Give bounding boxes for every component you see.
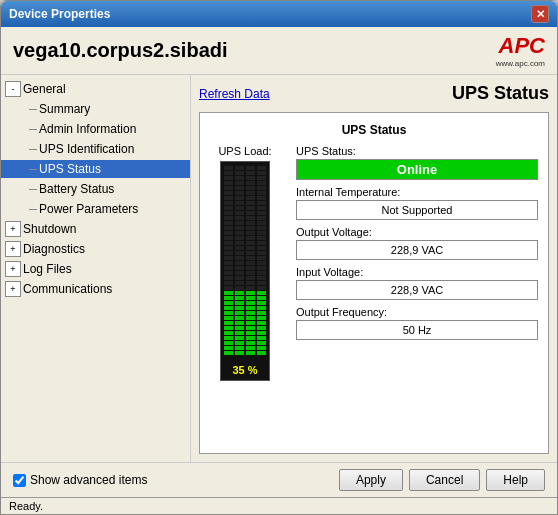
window-title: Device Properties: [9, 7, 110, 21]
sidebar-item-power[interactable]: Power Parameters: [1, 199, 190, 219]
gauge-percent: 35 %: [221, 364, 269, 376]
sidebar-item-battery[interactable]: Battery Status: [1, 179, 190, 199]
sidebar-ups-id-label: UPS Identification: [39, 142, 134, 156]
load-label: UPS Load:: [218, 145, 271, 157]
sidebar: - General Summary Admin Information UPS …: [1, 75, 191, 462]
apc-logo-text: APC: [499, 33, 545, 59]
input-voltage-value: 228,9 VAC: [296, 280, 538, 300]
device-name: vega10.corpus2.sibadi: [13, 39, 228, 62]
sidebar-summary-label: Summary: [39, 102, 90, 116]
main-header: Refresh Data UPS Status: [199, 83, 549, 104]
field-internal-temp: Internal Temperature: Not Supported: [296, 186, 538, 220]
sidebar-power-label: Power Parameters: [39, 202, 138, 216]
advanced-items-label: Show advanced items: [30, 473, 147, 487]
sidebar-general-label: General: [23, 82, 66, 96]
output-freq-value: 50 Hz: [296, 320, 538, 340]
apc-logo: APC www.apc.com: [496, 33, 545, 68]
sidebar-diagnostics-label: Diagnostics: [23, 242, 85, 256]
sidebar-item-general[interactable]: - General: [1, 79, 190, 99]
advanced-items-checkbox[interactable]: [13, 474, 26, 487]
sidebar-logfiles-label: Log Files: [23, 262, 72, 276]
communications-expander[interactable]: +: [5, 281, 21, 297]
internal-temp-value: Not Supported: [296, 200, 538, 220]
gauge-container: 35 %: [220, 161, 270, 381]
main-panel: Refresh Data UPS Status UPS Status UPS L…: [191, 75, 557, 462]
content-area: - General Summary Admin Information UPS …: [1, 75, 557, 462]
status-fields: UPS Status: Online Internal Temperature:…: [296, 145, 538, 381]
sidebar-admin-label: Admin Information: [39, 122, 136, 136]
field-input-voltage: Input Voltage: 228,9 VAC: [296, 266, 538, 300]
cancel-button[interactable]: Cancel: [409, 469, 480, 491]
footer-bar: Show advanced items Apply Cancel Help: [1, 462, 557, 497]
sidebar-item-ups-id[interactable]: UPS Identification: [1, 139, 190, 159]
apply-button[interactable]: Apply: [339, 469, 403, 491]
general-expander[interactable]: -: [5, 81, 21, 97]
ups-status-label: UPS Status:: [296, 145, 538, 157]
close-button[interactable]: ✕: [531, 5, 549, 23]
internal-temp-label: Internal Temperature:: [296, 186, 538, 198]
output-freq-label: Output Frequency:: [296, 306, 538, 318]
checkbox-area: Show advanced items: [13, 473, 147, 487]
output-voltage-value: 228,9 VAC: [296, 240, 538, 260]
input-voltage-label: Input Voltage:: [296, 266, 538, 278]
sidebar-ups-status-label: UPS Status: [39, 162, 101, 176]
help-button[interactable]: Help: [486, 469, 545, 491]
shutdown-expander[interactable]: +: [5, 221, 21, 237]
sidebar-battery-label: Battery Status: [39, 182, 114, 196]
status-content: UPS Load: 35 %: [210, 145, 538, 381]
btn-group: Apply Cancel Help: [339, 469, 545, 491]
load-gauge: UPS Load: 35 %: [210, 145, 280, 381]
header-bar: vega10.corpus2.sibadi APC www.apc.com: [1, 27, 557, 75]
field-ups-status: UPS Status: Online: [296, 145, 538, 180]
output-voltage-label: Output Voltage:: [296, 226, 538, 238]
sidebar-shutdown-label: Shutdown: [23, 222, 76, 236]
sidebar-communications-label: Communications: [23, 282, 112, 296]
sidebar-item-summary[interactable]: Summary: [1, 99, 190, 119]
sidebar-item-ups-status[interactable]: UPS Status: [1, 159, 190, 179]
sidebar-item-admin[interactable]: Admin Information: [1, 119, 190, 139]
field-output-voltage: Output Voltage: 228,9 VAC: [296, 226, 538, 260]
status-box: UPS Status UPS Load: 35 %: [199, 112, 549, 454]
logfiles-expander[interactable]: +: [5, 261, 21, 277]
refresh-link[interactable]: Refresh Data: [199, 87, 270, 101]
sidebar-item-shutdown[interactable]: + Shutdown: [1, 219, 190, 239]
diagnostics-expander[interactable]: +: [5, 241, 21, 257]
title-bar: Device Properties ✕: [1, 1, 557, 27]
sidebar-item-diagnostics[interactable]: + Diagnostics: [1, 239, 190, 259]
status-bar: Ready.: [1, 497, 557, 514]
sidebar-item-logfiles[interactable]: + Log Files: [1, 259, 190, 279]
section-title: UPS Status: [452, 83, 549, 104]
window: Device Properties ✕ vega10.corpus2.sibad…: [0, 0, 558, 515]
field-output-freq: Output Frequency: 50 Hz: [296, 306, 538, 340]
sidebar-item-communications[interactable]: + Communications: [1, 279, 190, 299]
apc-url: www.apc.com: [496, 59, 545, 68]
status-text: Ready.: [9, 500, 43, 512]
status-box-title: UPS Status: [210, 123, 538, 137]
ups-status-value: Online: [296, 159, 538, 180]
